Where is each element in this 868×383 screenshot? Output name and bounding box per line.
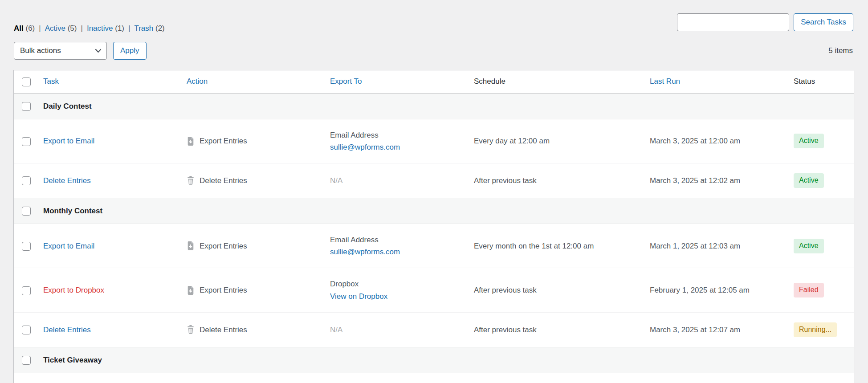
column-header-action-label: Action: [187, 77, 208, 86]
task-row: Entry Automation Task Export Entries Ema…: [14, 373, 854, 383]
column-header-export-to-label: Export To: [330, 77, 362, 86]
export-to-type: N/A: [330, 326, 342, 334]
filter-active[interactable]: Active (5): [45, 23, 77, 34]
column-header-schedule-label: Schedule: [474, 77, 505, 86]
export-to-type: Email Address: [330, 129, 465, 141]
last-run-text: February 1, 2025 at 12:05 am: [645, 268, 789, 312]
status-badge: Active: [794, 173, 824, 188]
column-header-schedule: Schedule: [469, 70, 645, 93]
export-to-link[interactable]: sullie@wpforms.com: [330, 246, 465, 258]
search-input[interactable]: [677, 13, 789, 31]
filter-trash-count: (2): [155, 24, 165, 33]
task-name-link[interactable]: Export to Dropbox: [43, 286, 104, 294]
last-run-text: March 3, 2025 at 12:00 am: [645, 119, 789, 163]
tasks-admin-page: All (6) | Active (5) | Inactive (1) | Tr…: [0, 0, 868, 383]
trash-icon: [187, 325, 195, 334]
filter-all-count: (6): [25, 24, 35, 33]
task-row: Export to Email Export Entries Email Add…: [14, 224, 854, 268]
filter-inactive-label: Inactive: [87, 24, 113, 33]
group-checkbox[interactable]: [22, 207, 31, 216]
filter-trash-label: Trash: [134, 24, 153, 33]
export-to-type: Dropbox: [330, 278, 465, 290]
export-to-type: N/A: [330, 176, 342, 185]
action-label: Export Entries: [200, 240, 247, 252]
schedule-text: Every day at 12:00 am: [469, 119, 645, 163]
schedule-text: After previous task: [469, 268, 645, 312]
task-row: Export to Dropbox Export Entries Dropbox…: [14, 268, 854, 312]
column-header-action[interactable]: Action: [182, 70, 326, 93]
table-header-row: Task Action Export To Schedule Last Run …: [14, 70, 854, 93]
export-to-type: Email Address: [330, 234, 465, 246]
column-header-task[interactable]: Task: [39, 70, 182, 93]
action-label: Delete Entries: [200, 175, 247, 187]
task-row: Delete Entries Delete Entries N/A After …: [14, 163, 854, 198]
filter-active-label: Active: [45, 24, 65, 33]
bulk-actions-select[interactable]: Bulk actions: [14, 42, 107, 60]
task-name-link[interactable]: Delete Entries: [43, 326, 91, 334]
group-title: Monthly Contest: [39, 198, 854, 224]
group-title: Daily Contest: [39, 93, 854, 119]
schedule-text: Every month on the 1st at 12:00 am: [469, 224, 645, 268]
status-badge: Active: [794, 239, 824, 253]
schedule-text: Every Fri at 12:00 am: [469, 373, 645, 383]
column-header-export-to[interactable]: Export To: [326, 70, 469, 93]
status-badge: Active: [794, 134, 824, 148]
group-row-daily-contest: Daily Contest: [14, 93, 854, 119]
group-row-ticket-giveaway: Ticket Giveaway: [14, 347, 854, 373]
export-to-link[interactable]: sullie@wpforms.com: [330, 141, 465, 153]
export-to-link[interactable]: View on Dropbox: [330, 290, 465, 302]
search-area: Search Tasks: [677, 13, 853, 31]
tasks-table: Task Action Export To Schedule Last Run …: [14, 70, 854, 383]
group-row-monthly-contest: Monthly Contest: [14, 198, 854, 224]
filter-separator: |: [81, 23, 82, 34]
column-header-last-run-label: Last Run: [650, 77, 680, 86]
last-run-text: January 31, 2025 at 12:03 am: [645, 373, 789, 383]
task-row: Export to Email Export Entries Email Add…: [14, 119, 854, 163]
action-label: Export Entries: [200, 135, 247, 147]
task-name-link[interactable]: Delete Entries: [43, 176, 91, 185]
file-export-icon: [187, 285, 195, 295]
column-header-task-label: Task: [43, 77, 59, 86]
filter-all[interactable]: All (6): [14, 23, 35, 34]
group-title: Ticket Giveaway: [39, 347, 854, 373]
status-badge: Running...: [794, 322, 837, 337]
select-all-checkbox[interactable]: [22, 77, 31, 86]
schedule-text: After previous task: [469, 163, 645, 198]
filter-active-count: (5): [68, 24, 77, 33]
apply-button[interactable]: Apply: [113, 42, 147, 60]
filter-inactive-count: (1): [115, 24, 124, 33]
file-export-icon: [187, 241, 195, 251]
bulk-actions-selected-label: Bulk actions: [20, 46, 61, 55]
row-checkbox[interactable]: [22, 286, 31, 295]
status-filter-links: All (6) | Active (5) | Inactive (1) | Tr…: [14, 23, 165, 34]
row-checkbox[interactable]: [22, 176, 31, 185]
bulk-actions-row: Bulk actions Apply: [14, 42, 147, 60]
action-label: Export Entries: [200, 284, 247, 296]
status-badge: Failed: [794, 283, 824, 297]
row-checkbox[interactable]: [22, 137, 31, 146]
schedule-text: After previous task: [469, 312, 645, 347]
task-name-link[interactable]: Export to Email: [43, 242, 94, 250]
items-count: 5 items: [828, 46, 853, 55]
chevron-down-icon: [95, 48, 102, 53]
search-tasks-button[interactable]: Search Tasks: [794, 13, 853, 31]
task-name-link[interactable]: Export to Email: [43, 137, 94, 145]
column-header-status-label: Status: [794, 77, 815, 86]
trash-icon: [187, 175, 195, 185]
filter-separator: |: [128, 23, 130, 34]
filter-all-label: All: [14, 24, 24, 33]
filter-trash[interactable]: Trash (2): [134, 23, 164, 34]
last-run-text: March 1, 2025 at 12:03 am: [645, 224, 789, 268]
action-label: Delete Entries: [200, 324, 247, 336]
row-checkbox[interactable]: [22, 242, 31, 251]
row-checkbox[interactable]: [22, 326, 31, 334]
column-header-last-run[interactable]: Last Run: [645, 70, 789, 93]
group-checkbox[interactable]: [22, 102, 31, 111]
group-checkbox[interactable]: [22, 356, 31, 365]
file-export-icon: [187, 136, 195, 146]
tasks-table-container: Task Action Export To Schedule Last Run …: [13, 70, 854, 383]
last-run-text: March 3, 2025 at 12:07 am: [645, 312, 789, 347]
filter-inactive[interactable]: Inactive (1): [87, 23, 124, 34]
task-row: Delete Entries Delete Entries N/A After …: [14, 312, 854, 347]
filter-separator: |: [39, 23, 41, 34]
